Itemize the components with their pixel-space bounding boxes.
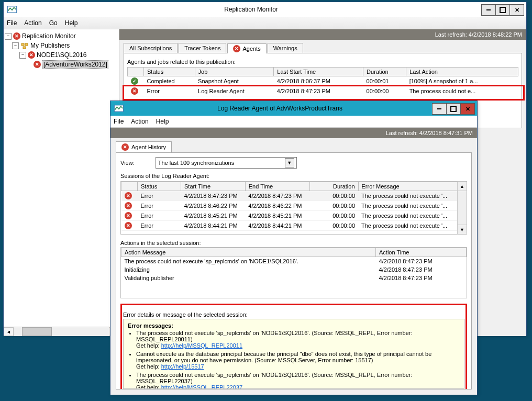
close-button[interactable]: ✕	[509, 4, 524, 16]
error-icon: ✕	[131, 87, 138, 95]
tab-agents[interactable]: ✕ Agents	[227, 43, 266, 53]
table-row[interactable]: ✕ Error4/2/2018 8:45:21 PM 4/2/2018 8:45…	[121, 211, 458, 221]
maximize-button[interactable]	[495, 4, 510, 16]
expander-icon[interactable]: −	[5, 33, 12, 40]
svg-rect-3	[23, 47, 26, 49]
error-icon: ✕	[28, 51, 35, 59]
check-icon: ✓	[131, 77, 138, 85]
tree-node[interactable]: − ✕ NODE1\SQL2016	[5, 50, 118, 60]
menu-help[interactable]: Help	[65, 19, 78, 27]
col-duration[interactable]: Duration	[363, 68, 406, 76]
popup-last-refresh: Last refresh: 4/2/2018 8:47:31 PM	[386, 130, 473, 136]
col-start[interactable]: Start Time	[181, 182, 246, 191]
error-item: Cannot execute as the database principal…	[136, 351, 460, 370]
col-error[interactable]: Error Message	[358, 182, 457, 191]
agent-history-window: Log Reader Agent of AdvWorksProductTrans…	[110, 101, 478, 395]
app-icon	[114, 103, 124, 114]
col-end[interactable]: End Time	[245, 182, 309, 191]
menu-go[interactable]: Go	[49, 19, 58, 27]
tab-all-subscriptions[interactable]: All Subscriptions	[124, 43, 178, 53]
table-row[interactable]: ✕ Error4/2/2018 8:47:23 PM 4/2/2018 8:47…	[121, 191, 458, 201]
menu-help[interactable]: Help	[156, 118, 169, 125]
error-icon: ✕	[34, 61, 41, 68]
error-icon: ✕	[13, 32, 20, 40]
scroll-left-icon[interactable]: ◄	[4, 327, 14, 336]
popup-titlebar[interactable]: Log Reader Agent of AdvWorksProductTrans…	[110, 101, 477, 116]
error-icon: ✕	[125, 202, 132, 209]
scroll-down-icon[interactable]: ▼	[458, 225, 467, 234]
view-label: View:	[120, 160, 135, 166]
col-duration[interactable]: Duration	[309, 182, 358, 191]
table-row[interactable]: The process could not execute 'sp_replcm…	[121, 257, 467, 266]
menu-file[interactable]: File	[7, 19, 17, 27]
tab-warnings[interactable]: Warnings	[268, 43, 303, 53]
app-icon	[7, 4, 17, 15]
agent-history-body: View: The last 100 synchronizations ▼ Se…	[116, 152, 472, 389]
svg-rect-2	[25, 43, 28, 46]
help-link[interactable]: http://help/15517	[161, 363, 204, 370]
tree-db[interactable]: ✕ [AdventureWorks2012]	[5, 60, 118, 69]
actions-table-wrap: Action Message Action Time The process c…	[120, 247, 467, 298]
help-link[interactable]: http://help/MSSQL_REPL20011	[161, 342, 242, 349]
help-link[interactable]: http://help/MSSQL_REPL22037	[161, 384, 242, 389]
col-status[interactable]: Status	[144, 68, 195, 76]
tree-publishers[interactable]: − My Publishers	[5, 41, 118, 50]
tab-agent-history[interactable]: ✕ Agent History	[116, 141, 172, 152]
minimize-button[interactable]	[481, 4, 496, 16]
popup-refresh-bar: Last refresh: 4/2/2018 8:47:31 PM	[110, 128, 477, 138]
expander-icon[interactable]: −	[12, 42, 19, 49]
refresh-bar: Last refresh: 4/2/2018 8:48:22 PM	[119, 29, 526, 40]
menu-file[interactable]: File	[114, 118, 124, 125]
scroll-thumb[interactable]	[22, 327, 52, 336]
main-title: Replication Monitor	[20, 6, 482, 13]
actions-table[interactable]: Action Message Action Time The process c…	[121, 248, 467, 282]
sessions-vscrollbar[interactable]: ▲ ▼	[457, 182, 467, 234]
table-row[interactable]: Initializing4/2/2018 8:47:23 PM	[121, 265, 467, 274]
agents-label: Agents and jobs related to this publicat…	[127, 59, 518, 65]
error-details-label: Error details or message of the selected…	[123, 311, 464, 318]
minimize-button[interactable]	[432, 103, 447, 115]
col-action-msg[interactable]: Action Message	[121, 248, 376, 257]
tab-tracer-tokens[interactable]: Tracer Tokens	[179, 43, 226, 53]
agents-table[interactable]: Status Job Last Start Time Duration Last…	[127, 67, 518, 96]
expander-icon[interactable]: −	[19, 52, 26, 59]
error-icon: ✕	[125, 222, 132, 229]
scroll-up-icon[interactable]: ▲	[458, 182, 467, 191]
svg-rect-1	[21, 43, 24, 46]
error-details-highlight: Error details or message of the selected…	[120, 304, 467, 389]
error-heading: Error messages:	[128, 322, 173, 329]
table-row[interactable]: ✕ ErrorLog Reader Agent 4/2/2018 8:47:23…	[128, 86, 518, 96]
last-refresh-text: Last refresh: 4/2/2018 8:48:22 PM	[435, 31, 522, 38]
table-row[interactable]: ✕ Error4/2/2018 8:46:22 PM 4/2/2018 8:46…	[121, 201, 458, 211]
tree-hscrollbar[interactable]: ◄ ►	[4, 327, 119, 336]
close-button[interactable]: ✕	[460, 103, 475, 115]
sessions-table-wrap: Status Start Time End Time Duration Erro…	[120, 181, 467, 235]
col-last-action[interactable]: Last Action	[406, 68, 518, 76]
table-row[interactable]: ✓ CompletedSnapshot Agent 4/2/2018 8:06:…	[128, 76, 518, 86]
table-row[interactable]: ✕ Error4/2/2018 8:44:21 PM 4/2/2018 8:44…	[121, 221, 458, 231]
error-details-box[interactable]: Error messages: The process could not ex…	[123, 319, 464, 389]
sessions-table[interactable]: Status Start Time End Time Duration Erro…	[121, 182, 458, 231]
view-dropdown[interactable]: The last 100 synchronizations ▼	[156, 157, 297, 169]
popup-menubar: File Action Help	[110, 116, 477, 128]
tree-pane[interactable]: − ✕ Replication Monitor − My Publishers …	[4, 29, 119, 336]
tab-strip: All Subscriptions Tracer Tokens ✕ Agents…	[124, 43, 526, 53]
error-icon: ✕	[121, 143, 129, 151]
main-titlebar[interactable]: Replication Monitor ✕	[4, 2, 526, 17]
tree-root[interactable]: − ✕ Replication Monitor	[5, 31, 118, 41]
maximize-button[interactable]	[446, 103, 461, 115]
error-item: The process could not execute 'sp_replcm…	[136, 372, 460, 389]
col-job[interactable]: Job	[195, 68, 274, 76]
table-row[interactable]: Validating publisher4/2/2018 8:47:23 PM	[121, 274, 467, 282]
actions-label: Actions in the selected session:	[120, 240, 467, 246]
popup-title: Log Reader Agent of AdvWorksProductTrans	[127, 105, 433, 112]
sessions-label: Sessions of the Log Reader Agent:	[120, 173, 467, 179]
main-menubar: File Action Go Help	[4, 17, 526, 29]
col-status[interactable]: Status	[138, 182, 181, 191]
publishers-icon	[20, 41, 29, 50]
menu-action[interactable]: Action	[131, 118, 148, 125]
col-last-start[interactable]: Last Start Time	[274, 68, 363, 76]
col-action-time[interactable]: Action Time	[376, 248, 467, 257]
chevron-down-icon[interactable]: ▼	[285, 158, 294, 168]
menu-action[interactable]: Action	[24, 19, 41, 27]
